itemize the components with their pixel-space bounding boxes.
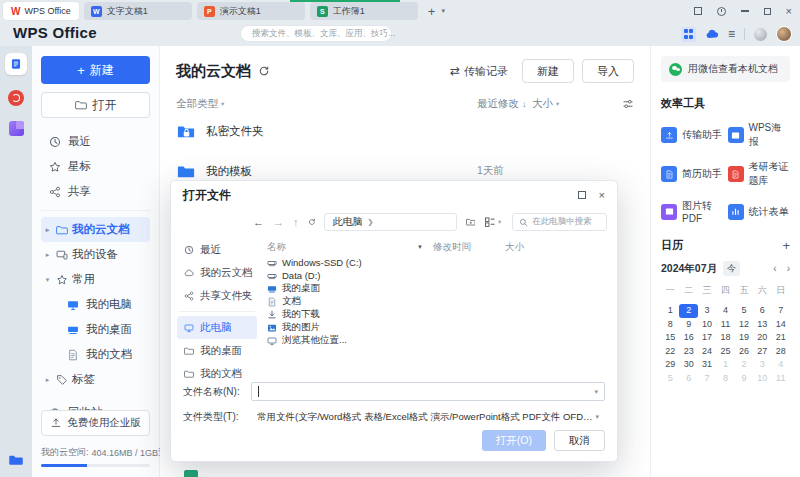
calendar-day[interactable]: 19 xyxy=(735,331,753,345)
up-icon[interactable]: ↑ xyxy=(293,216,299,228)
calendar-prev-icon[interactable]: ‹ xyxy=(773,263,776,274)
rail-apps-icon[interactable] xyxy=(9,121,24,136)
dialog-search-box[interactable]: 在此电脑中搜索 xyxy=(512,213,607,231)
calendar-today-button[interactable]: 今 xyxy=(723,261,740,276)
size-column-header[interactable]: 大小 xyxy=(505,241,605,254)
close-button[interactable]: × xyxy=(786,6,792,17)
sidebar-item-my-desktop[interactable]: 我的桌面 xyxy=(41,317,150,342)
apps-grid-icon[interactable] xyxy=(681,27,696,42)
calendar-day[interactable]: 17 xyxy=(698,331,716,345)
dialog-nav-this-pc[interactable]: 此电脑 xyxy=(177,316,257,339)
calendar-day[interactable]: 1 xyxy=(716,358,734,372)
calendar-day[interactable]: 22 xyxy=(661,345,679,359)
calendar-day[interactable]: 10 xyxy=(753,372,771,386)
calendar-day[interactable]: 18 xyxy=(716,331,734,345)
calendar-day[interactable]: 27 xyxy=(753,345,771,359)
calendar-day[interactable]: 4 xyxy=(716,304,734,318)
enterprise-upgrade-button[interactable]: 免费使用企业版 xyxy=(41,410,150,436)
new-document-button[interactable]: + 新建 xyxy=(41,56,150,84)
tool-exam-question-bank[interactable]: 考研考证题库 xyxy=(728,160,791,188)
sort-modified-header[interactable]: 最近修改 ↓ xyxy=(477,97,532,111)
calendar-day[interactable]: 11 xyxy=(716,318,734,332)
rail-cloud-icon[interactable] xyxy=(9,453,23,467)
view-mode-button[interactable]: ▾ xyxy=(484,216,501,228)
new-tab-button[interactable]: + xyxy=(428,4,436,19)
calendar-next-icon[interactable]: › xyxy=(787,263,790,274)
breadcrumb[interactable]: 此电脑 xyxy=(332,215,362,229)
global-search-box[interactable]: 搜索文件、模板、文库、应用、技巧... xyxy=(240,25,392,42)
sidebar-item-common[interactable]: ▾ 常用 xyxy=(41,267,150,292)
tool-wps-poster[interactable]: WPS海报 xyxy=(728,121,791,149)
workspace-icon[interactable] xyxy=(694,7,702,15)
calendar-day[interactable]: 13 xyxy=(753,318,771,332)
calendar-day[interactable]: 2 xyxy=(735,358,753,372)
rail-pdf-app-icon[interactable] xyxy=(8,90,24,106)
calendar-day[interactable]: 9 xyxy=(735,372,753,386)
tab-writer-doc[interactable]: W 文字文稿1 xyxy=(84,2,192,20)
calendar-day[interactable]: 14 xyxy=(772,318,790,332)
minimize-button[interactable] xyxy=(741,10,749,11)
main-new-button[interactable]: 新建 xyxy=(522,59,574,83)
chevron-down-icon[interactable]: ▾ xyxy=(43,276,52,284)
calendar-day[interactable]: 3 xyxy=(753,358,771,372)
calendar-day[interactable]: 21 xyxy=(772,331,790,345)
refresh-icon[interactable] xyxy=(308,217,316,227)
view-settings-button[interactable] xyxy=(610,98,634,110)
tab-workbook-doc[interactable]: S 工作簿1 xyxy=(310,2,418,20)
sort-size-header[interactable]: 大小 ▾ xyxy=(532,97,610,111)
calendar-day[interactable]: 5 xyxy=(735,304,753,318)
address-bar[interactable]: 此电脑 ❯ xyxy=(324,213,456,231)
tool-stats-form[interactable]: 统计表单 xyxy=(728,199,791,224)
new-folder-icon[interactable] xyxy=(466,216,475,228)
tab-list-caret-icon[interactable]: ▾ xyxy=(441,7,445,15)
calendar-day[interactable]: 28 xyxy=(772,345,790,359)
tool-image-to-pdf[interactable]: 图片转PDF xyxy=(661,199,724,224)
chevron-right-icon[interactable]: ▸ xyxy=(43,251,52,259)
file-row[interactable]: 文档 xyxy=(267,295,605,308)
calendar-day[interactable]: 1 xyxy=(661,304,679,318)
calendar-day[interactable]: 25 xyxy=(716,345,734,359)
calendar-day[interactable]: 31 xyxy=(698,358,716,372)
calendar-day[interactable]: 26 xyxy=(735,345,753,359)
type-filter-dropdown[interactable]: 全部类型 ▾ xyxy=(176,97,477,111)
sidebar-item-recent[interactable]: 最近 xyxy=(41,129,150,154)
name-column-header[interactable]: 名称 ▼ xyxy=(267,241,433,254)
calendar-day[interactable]: 11 xyxy=(772,372,790,386)
chevron-right-icon[interactable]: ▸ xyxy=(43,376,52,384)
calendar-day[interactable]: 6 xyxy=(679,372,697,386)
calendar-day[interactable]: 23 xyxy=(679,345,697,359)
file-row[interactable]: 我的下载 xyxy=(267,308,605,321)
globe-icon[interactable] xyxy=(754,28,767,41)
avatar[interactable] xyxy=(776,26,792,42)
calendar-day[interactable]: 20 xyxy=(753,331,771,345)
file-row[interactable]: Windows-SSD (C:) xyxy=(267,256,605,269)
refresh-icon[interactable] xyxy=(258,65,270,77)
dialog-close-button[interactable]: × xyxy=(599,190,605,201)
calendar-day[interactable]: 15 xyxy=(661,331,679,345)
dialog-nav-recent[interactable]: 最近 xyxy=(177,238,257,261)
sidebar-item-tags[interactable]: ▸ 标签 xyxy=(41,367,150,392)
main-import-button[interactable]: 导入 xyxy=(582,59,634,83)
calendar-day[interactable]: 10 xyxy=(698,318,716,332)
calendar-day[interactable]: 8 xyxy=(661,318,679,332)
calendar-day[interactable]: 16 xyxy=(679,331,697,345)
table-row[interactable]: 私密文件夹 xyxy=(176,111,634,151)
tool-resume-assistant[interactable]: 简历助手 xyxy=(661,160,724,188)
calendar-day[interactable]: 3 xyxy=(698,304,716,318)
calendar-day[interactable]: 7 xyxy=(772,304,790,318)
calendar-day[interactable]: 6 xyxy=(753,304,771,318)
sidebar-item-shared[interactable]: 共享 xyxy=(41,179,150,204)
sidebar-item-my-devices[interactable]: ▸ 我的设备 xyxy=(41,242,150,267)
filename-input[interactable]: ▾ xyxy=(251,382,605,401)
calendar-day[interactable]: 12 xyxy=(735,318,753,332)
modified-column-header[interactable]: 修改时间 xyxy=(433,241,505,254)
cloud-sync-icon[interactable] xyxy=(705,27,719,41)
back-icon[interactable]: ← xyxy=(253,216,264,228)
file-row[interactable]: 我的桌面 xyxy=(267,282,605,295)
calendar-day[interactable]: 7 xyxy=(698,372,716,386)
file-row[interactable]: 浏览其他位置... xyxy=(267,334,605,347)
dialog-maximize-button[interactable] xyxy=(578,191,586,199)
transfer-history-button[interactable]: ⇄ 传输记录 xyxy=(450,64,508,79)
sidebar-item-starred[interactable]: 星标 xyxy=(41,154,150,179)
wechat-view-banner[interactable]: 用微信查看本机文档 xyxy=(661,56,790,82)
